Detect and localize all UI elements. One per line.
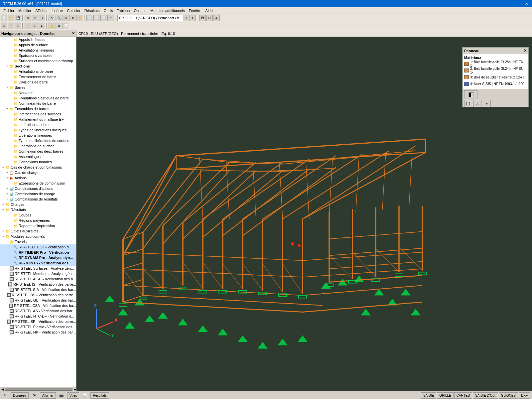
expander-types-lib-surf[interactable] <box>9 139 13 143</box>
menu-modifier[interactable]: Modifier <box>16 8 33 13</box>
tree-lib-lineiques[interactable]: 📁 Libérations linéiques <box>0 133 76 138</box>
expander-epaisseurs[interactable] <box>9 54 13 58</box>
model-canvas[interactable]: Z Y X <box>76 37 532 391</box>
status-glignes[interactable]: GLIGNES <box>499 392 518 399</box>
tree-ensembles[interactable]: + 📁 Ensembles de barres <box>0 106 76 111</box>
tb-calc[interactable]: ⚙ <box>56 23 62 29</box>
expander-comb-actions[interactable]: + <box>5 187 9 191</box>
tb-pan[interactable]: ✋ <box>76 15 83 21</box>
tree-rf-steel-hk[interactable]: 🔲 RF-STEEL HK - Vérification des bar... <box>0 330 76 335</box>
tree-appuis-lin[interactable]: 📁 Appuis linéiques <box>0 37 76 42</box>
menu-options[interactable]: Options <box>132 8 148 13</box>
tree-coupes[interactable]: 📁 Coupes <box>0 212 76 218</box>
tb-print[interactable]: 🖨 <box>25 15 31 21</box>
expander-expr-comb[interactable] <box>9 181 13 185</box>
expander-cas-charge[interactable]: + <box>5 171 9 175</box>
maximize-button[interactable]: □ <box>516 1 522 7</box>
tree-connexions-nodales[interactable]: 📁 Connexions nodales <box>0 159 76 165</box>
tb-open[interactable]: 📂 <box>8 15 14 21</box>
tb-hide[interactable]: ◈ <box>213 15 220 21</box>
expander-connexion-barres[interactable] <box>9 149 13 153</box>
tree-excent-barre[interactable]: 📁 Excentrement de barre <box>0 74 76 79</box>
expander-rf-steel-aisc[interactable] <box>5 277 9 281</box>
tb-side[interactable]: ⬜ <box>93 15 100 21</box>
expander-nervures[interactable] <box>9 91 13 95</box>
tree-container[interactable]: 📁 Appuis linéiques 📁 Appuis de surface 📁… <box>0 37 76 387</box>
status-cartes[interactable]: CARTES <box>454 392 472 399</box>
tree-regions-moy[interactable]: 📁 Régions moyennes <box>0 218 76 223</box>
close-button[interactable]: ✕ <box>523 1 529 7</box>
expander-lib-surface[interactable] <box>9 144 13 148</box>
tree-comb-charge[interactable]: + 📊 Combinaisons de charge <box>0 191 76 197</box>
menu-resultats[interactable]: Résultats <box>82 8 102 13</box>
expander-rf-steel-ec3[interactable] <box>9 245 13 249</box>
status-donnees[interactable]: Données <box>11 392 29 399</box>
tb-point-load[interactable]: ↓ <box>25 23 31 29</box>
expander-objets-aux[interactable]: + <box>1 229 5 233</box>
tree-artic-barre[interactable]: 📁 Articulations de barre <box>0 69 76 74</box>
expander-appuis-lin[interactable] <box>9 38 13 42</box>
tree-lib-nodales[interactable]: 📁 Libérations nodales <box>0 122 76 127</box>
tb-undo[interactable]: ↩ <box>32 15 38 21</box>
tb-new[interactable]: 📄 <box>1 15 7 21</box>
expander-rf-joints[interactable] <box>9 261 13 265</box>
tree-div-barre[interactable]: 📁 Divisions de barre <box>0 79 76 85</box>
expander-rapports[interactable] <box>9 224 13 228</box>
menu-fenetre[interactable]: Fenêtre <box>187 8 203 13</box>
menu-modules[interactable]: Modules additionnels <box>148 8 187 13</box>
tb-zoom[interactable]: 🔍 <box>56 15 62 21</box>
expander-favoris[interactable]: − <box>5 240 9 244</box>
expander-artic-lin[interactable] <box>9 48 13 52</box>
menu-aide[interactable]: Aide <box>203 8 215 13</box>
tb-node[interactable]: ● <box>1 23 7 29</box>
panel-btn-3[interactable]: ≡ <box>483 100 491 107</box>
tree-favoris[interactable]: − ⭐ Favoris <box>0 239 76 244</box>
tree-rf-steel-gb[interactable]: 🔲 RF-STEEL GB - Vérification des bar... <box>0 298 76 303</box>
status-resultats[interactable]: Résultats <box>90 392 109 399</box>
expander-rf-steel-as[interactable] <box>5 309 9 313</box>
tree-rf-steel-is[interactable]: 🔲 RF-STEEL IS - Vérification des barre..… <box>0 282 76 287</box>
tree-cas-charge-comb[interactable]: − 📁 Cas de charge et combinaisons <box>0 165 76 170</box>
tb-wire[interactable]: ⊡ <box>206 15 213 21</box>
expander-rf-dynam[interactable] <box>9 256 13 260</box>
tb-redo[interactable]: ↪ <box>39 15 45 21</box>
expander-raffin[interactable] <box>9 117 13 121</box>
tree-charges[interactable]: + 📁 Charges <box>0 202 76 207</box>
combo-loadcase[interactable]: CR10 : ELU (STR/GEO) - Permanent / tr... <box>117 15 183 21</box>
tree-rf-timber[interactable]: 🔧 RF-TIMBER Pro - Vérification <box>0 250 76 255</box>
expander-sections[interactable]: + <box>5 64 9 68</box>
tb-3d[interactable]: ◻ <box>107 15 114 21</box>
expander-cas-charge-comb[interactable]: − <box>1 165 5 169</box>
status-saisie-dob[interactable]: SAISIE D'OB. <box>473 392 498 399</box>
tree-rf-steel-members[interactable]: 🔲 RF-STEEL Members - Analyse gén... <box>0 271 76 276</box>
tb-bar[interactable]: ━ <box>8 23 14 29</box>
navigator-close[interactable]: ✕ <box>72 31 75 36</box>
tb-nav-prev[interactable]: < <box>184 15 190 21</box>
tree-rf-steel-ec3[interactable]: 🔧 RF-STEEL EC3 - Vérification d... <box>0 244 76 250</box>
tree-artic-lin[interactable]: 📁 Articulations linéiques <box>0 48 76 53</box>
minimize-button[interactable]: ─ <box>509 1 515 7</box>
expander-rf-steel-csa[interactable] <box>5 304 9 308</box>
tree-assemblages[interactable]: 📁 Assemblages <box>0 154 76 159</box>
tree-intersect[interactable]: 📁 Intersections des surfaces <box>0 111 76 117</box>
expander-connexions-nodales[interactable] <box>9 160 13 164</box>
tree-resultats[interactable]: + 📁 Résultats <box>0 207 76 212</box>
expander-rf-steel-gb[interactable] <box>5 298 9 302</box>
tb-front[interactable]: ⬜ <box>86 15 93 21</box>
tb-render[interactable]: 🖼 <box>199 15 206 21</box>
h-scrollbar[interactable]: ◀ ▶ <box>0 387 76 391</box>
expander-rf-steel-hk[interactable] <box>5 330 9 334</box>
expander-lib-lineiques[interactable] <box>9 133 13 137</box>
expander-resultats[interactable]: + <box>1 208 5 212</box>
tree-rf-joints[interactable]: 🔧 RF-JOINTS - Vérification des... <box>0 260 76 266</box>
expander-types-lib-lin[interactable] <box>9 128 13 132</box>
expander-comb-results[interactable]: + <box>5 197 9 201</box>
menu-afficher[interactable]: Afficher <box>33 8 50 13</box>
tree-nervures[interactable]: 📁 Nervures <box>0 90 76 95</box>
expander-artic-barre[interactable] <box>9 69 13 73</box>
expander-actions[interactable]: + <box>5 176 9 180</box>
expander-modules-add[interactable]: − <box>1 234 5 238</box>
tree-rapports[interactable]: 📁 Rapports d'impression <box>0 223 76 228</box>
expander-non-lin[interactable] <box>9 101 13 105</box>
status-grille[interactable]: GRILLE <box>437 392 454 399</box>
